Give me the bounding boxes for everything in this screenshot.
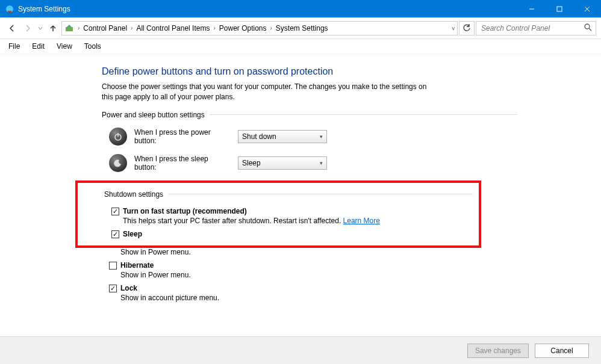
address-dropdown[interactable]: v	[452, 25, 455, 31]
search-icon[interactable]	[584, 23, 592, 33]
svg-line-8	[589, 28, 591, 31]
power-button-row: When I press the power button: Shut down…	[102, 128, 517, 146]
sleep-checkbox[interactable]	[111, 230, 119, 238]
sleep-row: Sleep	[104, 230, 473, 238]
address-row: › Control Panel › All Control Panel Item…	[0, 17, 601, 39]
cancel-button[interactable]: Cancel	[535, 344, 589, 358]
breadcrumb-item[interactable]: Control Panel	[83, 24, 127, 32]
breadcrumb-item[interactable]: Power Options	[219, 24, 267, 32]
power-button-combo[interactable]: Shut down ▾	[238, 130, 327, 143]
search-box[interactable]	[476, 21, 596, 35]
page-description: Choose the power settings that you want …	[102, 82, 439, 102]
up-button[interactable]	[46, 21, 60, 35]
hibernate-checkbox[interactable]	[109, 262, 117, 270]
save-button[interactable]: Save changes	[467, 344, 529, 358]
lock-checkbox[interactable]	[109, 285, 117, 292]
section-power-sleep: Power and sleep button settings	[102, 111, 517, 119]
lock-desc: Show in account picture menu.	[102, 294, 517, 302]
bottom-bar: Save changes Cancel	[0, 336, 601, 364]
chevron-right-icon: ›	[269, 25, 273, 31]
breadcrumb-item[interactable]: System Settings	[276, 24, 328, 32]
hibernate-label: Hibernate	[120, 261, 154, 270]
section-label-text: Power and sleep button settings	[102, 111, 205, 119]
fast-startup-desc: This helps start your PC faster after sh…	[104, 217, 473, 225]
breadcrumb-item[interactable]: All Control Panel Items	[136, 24, 210, 32]
menu-file[interactable]: File	[4, 41, 25, 52]
fast-startup-checkbox[interactable]	[111, 208, 119, 215]
svg-rect-6	[66, 27, 73, 31]
page-title: Define power buttons and turn on passwor…	[102, 66, 517, 77]
refresh-button[interactable]	[459, 21, 475, 35]
svg-rect-3	[557, 7, 562, 11]
forward-button[interactable]	[20, 21, 35, 35]
search-input[interactable]	[480, 23, 584, 33]
divider	[168, 194, 473, 194]
titlebar: System Settings	[0, 0, 601, 17]
app-icon	[5, 4, 14, 14]
chevron-right-icon: ›	[212, 25, 216, 31]
window-title: System Settings	[18, 5, 70, 13]
chevron-right-icon: ›	[76, 25, 81, 31]
svg-point-7	[585, 24, 590, 29]
learn-more-link[interactable]: Learn More	[343, 217, 380, 225]
sleep-button-row: When I press the sleep button: Sleep ▾	[102, 154, 517, 172]
content-area: Define power buttons and turn on passwor…	[0, 54, 601, 336]
divider	[210, 114, 517, 115]
fast-startup-row: Turn on fast startup (recommended)	[104, 207, 473, 215]
sleep-button-combo[interactable]: Sleep ▾	[238, 156, 327, 170]
close-button[interactable]	[573, 0, 601, 17]
address-bar[interactable]: › Control Panel › All Control Panel Item…	[61, 21, 458, 35]
sleep-icon	[109, 154, 127, 172]
chevron-down-icon: ▾	[320, 134, 323, 140]
back-button[interactable]	[5, 21, 19, 35]
power-button-label: When I press the power button:	[134, 128, 231, 145]
history-dropdown[interactable]	[36, 26, 45, 31]
menu-tools[interactable]: Tools	[79, 41, 106, 52]
fast-startup-label: Turn on fast startup (recommended)	[123, 207, 247, 215]
menu-view[interactable]: View	[52, 41, 77, 52]
location-icon	[64, 23, 74, 33]
menu-bar: File Edit View Tools	[0, 39, 601, 54]
hibernate-row: Hibernate	[102, 261, 517, 270]
sleep-label: Sleep	[123, 230, 142, 238]
hibernate-desc: Show in Power menu.	[102, 271, 517, 279]
chevron-down-icon: ▾	[320, 160, 323, 166]
maximize-button[interactable]	[546, 0, 573, 17]
lock-label: Lock	[120, 284, 137, 292]
menu-edit[interactable]: Edit	[27, 41, 49, 52]
sleep-button-label: When I press the sleep button:	[134, 155, 231, 171]
minimize-button[interactable]	[518, 0, 546, 17]
section-shutdown: Shutdown settings	[104, 190, 473, 199]
chevron-right-icon: ›	[129, 25, 134, 31]
power-icon	[109, 128, 127, 146]
svg-rect-1	[8, 11, 11, 13]
sleep-desc: Show in Power menu.	[102, 248, 517, 256]
section-label-text: Shutdown settings	[104, 190, 163, 199]
lock-row: Lock	[102, 284, 517, 292]
highlight-annotation: Shutdown settings Turn on fast startup (…	[75, 180, 481, 248]
fast-startup-desc-text: This helps start your PC faster after sh…	[123, 217, 343, 225]
combo-value: Shut down	[242, 132, 276, 141]
combo-value: Sleep	[242, 159, 261, 167]
